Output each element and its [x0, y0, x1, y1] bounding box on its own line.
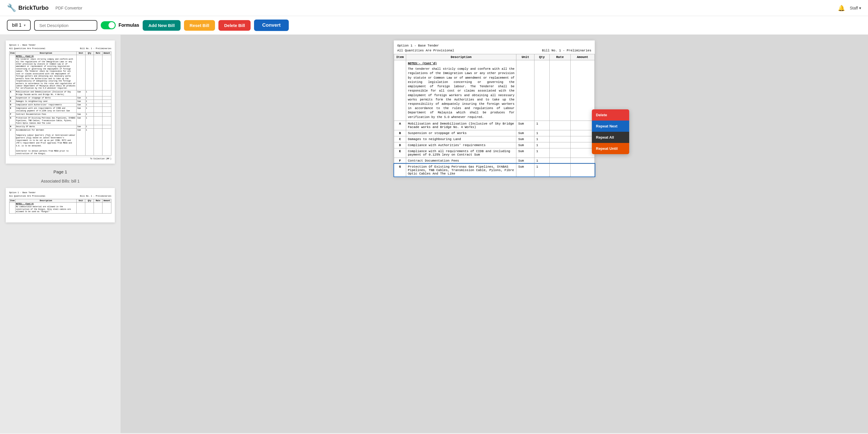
pdf-preview-panel: Option 1 - Base Tender All Quantities Ar… — [0, 35, 121, 433]
context-repeat-next-button[interactable]: Repeat Next — [592, 121, 629, 132]
pdf-header-bill-no: Bill No. 1 - Preliminaries — [80, 48, 112, 50]
editor-col-rate: Rate — [549, 54, 570, 60]
pdf-notes-body: The tenderer shall strictly comply and c… — [16, 58, 76, 90]
pdf-col-unit: Unit — [76, 51, 85, 55]
bill-selector-dropdown[interactable]: bill 1 ▾ — [7, 20, 31, 31]
pdf-page2-notes-row: NOTES:- (Cont'd) No combustible material… — [9, 203, 112, 214]
editor-header-line1: Option 1 - Base Tender — [397, 43, 591, 48]
delete-bill-button[interactable]: Delete Bill — [218, 20, 251, 31]
convert-button[interactable]: Convert — [254, 20, 288, 31]
pdf-item-H[interactable]: H Security Of Works Sum1 — [9, 125, 112, 128]
bill-selector-chevron-icon: ▾ — [24, 23, 26, 27]
context-delete-button[interactable]: Delete — [592, 110, 629, 121]
editor-notes-body: The tenderer shall stricly comply and co… — [408, 67, 515, 119]
pdf-col-qty: Qty — [85, 51, 94, 55]
context-repeat-until-button[interactable]: Repeat Until — [592, 143, 629, 154]
editor-col-desc: Description — [406, 54, 516, 60]
editor-col-unit: Unit — [516, 54, 534, 60]
notification-bell-icon[interactable]: 🔔 — [838, 5, 845, 11]
editor-item-C[interactable]: C Damages to neighbouring Land Sum 1 — [394, 136, 595, 142]
app-subtitle: PDF Convertor — [55, 6, 82, 10]
user-menu[interactable]: Staff ▾ — [849, 6, 861, 10]
pdf-page-2: Option 1 - Base Tender All Quantities Ar… — [6, 188, 115, 222]
pdf-item-B[interactable]: B Suspension or stoppage of Works Sum1 — [9, 96, 112, 100]
context-menu: Delete Repeat Next Repeat All Repeat Unt… — [592, 110, 629, 154]
editor-col-amount: Amount — [570, 54, 595, 60]
pdf-item-A[interactable]: A Mobilisation and Demobilisation (Inclu… — [9, 90, 112, 96]
user-label: Staff — [849, 6, 858, 10]
editor-header: Option 1 - Base Tender All Quantities Ar… — [394, 40, 595, 54]
pdf-item-G[interactable]: G Protection Of Existing Petronas Gas Pi… — [9, 116, 112, 125]
pdf-item-J[interactable]: J Accommodation for WorkmenTemporary Lab… — [9, 128, 112, 155]
logo-area: 🔧 BrickTurbo — [7, 3, 49, 12]
editor-table: Item Description Unit Qty Rate Amount NO… — [394, 54, 595, 177]
editor-notes-title: NOTES:- (Cont'd) — [408, 61, 515, 66]
editor-panel: Option 1 - Base Tender All Quantities Ar… — [121, 35, 868, 433]
pdf-col-desc: Description — [15, 51, 76, 55]
formulas-toggle-switch[interactable] — [101, 21, 116, 29]
pdf-col-amount: Amount — [102, 51, 112, 55]
bill-selector-label: bill 1 — [12, 23, 22, 28]
pdf-table: Item Description Unit Qty Rate Amount NO… — [9, 51, 112, 156]
main-layout: Option 1 - Base Tender All Quantities Ar… — [0, 35, 868, 433]
editor-item-G[interactable]: G Protection Of Existing Petronas Gas Pi… — [394, 164, 595, 177]
formulas-toggle-group: Formulas — [101, 21, 139, 29]
editor-header-provisional: All Quantities Are Provisional — [397, 48, 454, 53]
pdf-item-F[interactable]: F Contract Documentation Fees Sum1 — [9, 113, 112, 116]
pdf-item-D[interactable]: D Compliance with Authorities' requireme… — [9, 103, 112, 107]
page-number-label: Page 1 — [53, 169, 67, 174]
pdf-page-1: Option 1 - Base Tender All Quantities Ar… — [6, 40, 115, 164]
editor-header-bill-no: Bill No. 1 - Preliminaries — [542, 48, 591, 53]
user-chevron-icon: ▾ — [859, 6, 861, 10]
pdf-header-provisional: All Quantities Are Provisional — [9, 48, 45, 50]
associated-bills-label: Associated Bills: bill 1 — [41, 179, 80, 183]
pdf-item-E[interactable]: E Compliance with all requirements of CI… — [9, 107, 112, 113]
editor-item-A[interactable]: A Mobilisation and Demobilisation (Inclu… — [394, 121, 595, 130]
navbar: 🔧 BrickTurbo PDF Convertor 🔔 Staff ▾ — [0, 0, 868, 16]
editor-item-D[interactable]: D Compliance with Authorities' requireme… — [394, 142, 595, 148]
pdf-header-option: Option 1 - Base Tender — [9, 44, 112, 47]
add-new-bill-button[interactable]: Add New Bill — [143, 20, 181, 31]
editor-item-F[interactable]: F Contract Documentation Fees Sum 1 — [394, 158, 595, 164]
pdf-notes-title: NOTES:- (Cont'd) — [16, 55, 76, 58]
context-repeat-all-button[interactable]: Repeat All — [592, 132, 629, 143]
description-input[interactable] — [34, 20, 97, 31]
reset-bill-button[interactable]: Reset Bill — [184, 20, 215, 31]
pdf-col-rate: Rate — [94, 51, 102, 55]
pdf-table-2: Item Description Unit Qty Rate Amount NO… — [9, 199, 112, 214]
app-name: BrickTurbo — [19, 5, 49, 11]
pdf-notes-row: NOTES:- (Cont'd) The tenderer shall stri… — [9, 55, 112, 90]
editor-col-item: Item — [394, 54, 406, 60]
editor-container: Option 1 - Base Tender All Quantities Ar… — [394, 40, 595, 177]
toolbar: bill 1 ▾ Formulas Add New Bill Reset Bil… — [0, 16, 868, 35]
editor-item-B[interactable]: B Suspension or stoppage of Works Sum 1 — [394, 130, 595, 136]
pdf-col-item: Item — [9, 51, 16, 55]
logo-icon: 🔧 — [7, 3, 16, 12]
editor-notes-row[interactable]: NOTES:- (Cont'd) The tenderer shall stri… — [394, 60, 595, 121]
pdf-item-C[interactable]: C Damages to neighbouring Land Sum1 — [9, 100, 112, 103]
editor-item-E[interactable]: E Compliance with all requirements of CI… — [394, 148, 595, 158]
toggle-knob — [108, 22, 115, 28]
editor-col-qty: Qty — [534, 54, 549, 60]
pdf-footer: To Collection (RM ) — [9, 157, 112, 160]
formulas-label: Formulas — [119, 23, 139, 28]
